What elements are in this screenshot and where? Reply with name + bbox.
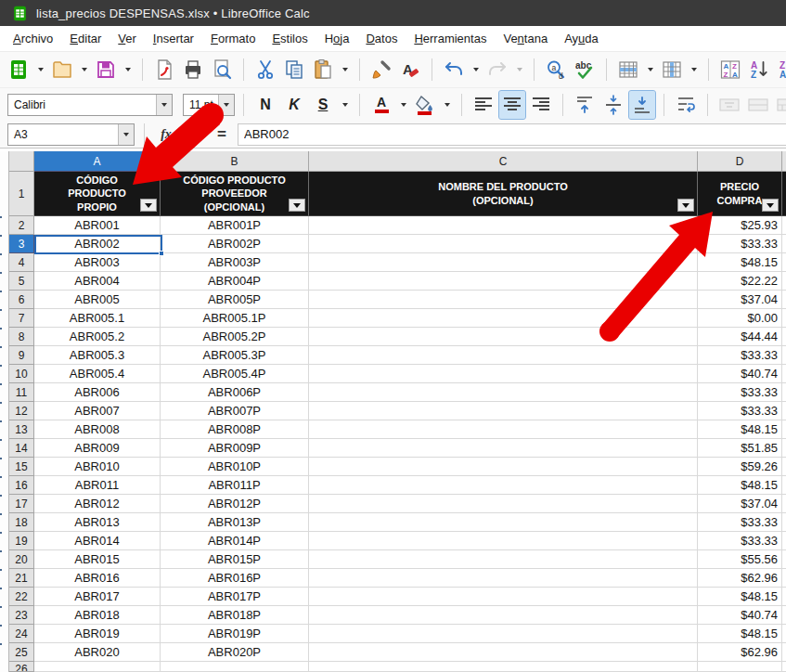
cell-C23[interactable]	[309, 606, 698, 625]
center-vertically-button[interactable]	[600, 91, 626, 119]
cell-D13[interactable]: $48.15	[698, 420, 782, 439]
cell-B3[interactable]: ABR002P	[161, 235, 309, 253]
cell-D25[interactable]: $62.96	[698, 643, 782, 662]
highlight-color-dropdown[interactable]	[441, 91, 453, 119]
cell-C15[interactable]	[309, 458, 698, 476]
new-document-button[interactable]	[6, 56, 32, 84]
header-cell-D[interactable]: PRECIO COMPRA	[698, 172, 782, 216]
row-header-15[interactable]: 15	[9, 458, 34, 476]
font-name-dropdown[interactable]	[156, 95, 172, 115]
cell-A8[interactable]: ABR005.2	[34, 328, 161, 346]
cell-B11[interactable]: ABR006P	[161, 383, 309, 402]
cell-C22[interactable]	[309, 588, 698, 606]
merge-cells-button[interactable]	[745, 91, 771, 119]
cell-C25[interactable]	[309, 643, 698, 662]
cell-A18[interactable]: ABR013	[34, 513, 161, 532]
save-dropdown[interactable]	[122, 56, 134, 84]
row-header-16[interactable]: 16	[9, 476, 34, 495]
cell-D19[interactable]: $33.33	[698, 532, 782, 550]
cell-D23[interactable]: $40.74	[698, 606, 782, 625]
cell-D6[interactable]: $37.04	[698, 291, 782, 309]
find-replace-button[interactable]: ad	[543, 56, 569, 84]
redo-dropdown[interactable]	[513, 56, 525, 84]
cell-D15[interactable]: $59.26	[698, 458, 782, 476]
cell-B5[interactable]: ABR004P	[161, 272, 309, 291]
row-header-9[interactable]: 9	[9, 346, 34, 365]
cell-B8[interactable]: ABR005.2P	[161, 328, 309, 346]
highlight-color-button[interactable]	[412, 91, 438, 119]
cell-C13[interactable]	[309, 420, 698, 439]
cell-B21[interactable]: ABR016P	[161, 569, 309, 588]
cell-B14[interactable]: ABR009P	[161, 439, 309, 458]
cell-C24[interactable]	[309, 625, 698, 643]
cell-C5[interactable]	[309, 272, 698, 291]
row-header-3[interactable]: 3	[9, 235, 34, 253]
font-color-dropdown[interactable]	[397, 91, 409, 119]
cell-B12[interactable]: ABR007P	[161, 402, 309, 420]
align-top-button[interactable]	[572, 91, 598, 119]
cell-A19[interactable]: ABR014	[34, 532, 161, 550]
column-button[interactable]	[659, 56, 685, 84]
cell-B25[interactable]: ABR020P	[161, 643, 309, 662]
cell-A9[interactable]: ABR005.3	[34, 346, 161, 365]
cell-A24[interactable]: ABR019	[34, 625, 161, 643]
equals-button[interactable]: =	[210, 125, 234, 144]
formula-input[interactable]	[238, 123, 786, 146]
cell-D21[interactable]: $62.96	[698, 569, 782, 588]
row-header-22[interactable]: 22	[9, 588, 34, 606]
cell-B15[interactable]: ABR010P	[161, 458, 309, 476]
print-button[interactable]	[180, 56, 206, 84]
row-header-2[interactable]: 2	[9, 216, 34, 235]
menu-insertar[interactable]: Insertar	[145, 28, 202, 49]
cell-B26[interactable]	[161, 662, 309, 672]
row-header-13[interactable]: 13	[9, 420, 34, 439]
undo-dropdown[interactable]	[470, 56, 482, 84]
align-left-button[interactable]	[470, 91, 496, 119]
cell-C2[interactable]	[309, 216, 698, 235]
row-header-21[interactable]: 21	[9, 569, 34, 588]
cell-D22[interactable]: $48.15	[698, 588, 782, 606]
menu-estilos[interactable]: Estilos	[264, 28, 316, 49]
export-pdf-button[interactable]	[151, 56, 177, 84]
menu-herramientas[interactable]: Herramientas	[406, 28, 495, 49]
clear-formatting-button[interactable]: A	[397, 56, 423, 84]
font-size-dropdown[interactable]	[218, 95, 234, 115]
row-header-8[interactable]: 8	[9, 328, 34, 346]
wrap-text-button[interactable]	[673, 91, 699, 119]
header-cell-C[interactable]: NOMBRE DEL PRODUCTO (OPCIONAL)	[309, 172, 698, 216]
select-all-corner[interactable]	[9, 151, 34, 172]
sort-ascending-button[interactable]: AZ	[746, 56, 772, 84]
align-bottom-button[interactable]	[629, 91, 655, 119]
cell-B24[interactable]: ABR019P	[161, 625, 309, 643]
cell-B7[interactable]: ABR005.1P	[161, 309, 309, 328]
cell-B17[interactable]: ABR012P	[161, 495, 309, 513]
cell-C20[interactable]	[309, 550, 698, 569]
autofilter-dropdown-B[interactable]	[289, 199, 305, 212]
cell-D11[interactable]: $33.33	[698, 383, 782, 402]
menu-archivo[interactable]: Archivo	[5, 28, 61, 49]
cell-C21[interactable]	[309, 569, 698, 588]
row-header-4[interactable]: 4	[9, 253, 34, 272]
underline-button[interactable]: S	[310, 91, 336, 119]
sum-button[interactable]: Σ	[182, 127, 206, 142]
cell-C10[interactable]	[309, 365, 698, 383]
cell-B18[interactable]: ABR013P	[161, 513, 309, 532]
cut-button[interactable]	[252, 56, 278, 84]
cell-C18[interactable]	[309, 513, 698, 532]
font-name-combo[interactable]: Calibri	[7, 94, 173, 116]
cell-D26[interactable]	[698, 662, 782, 672]
cell-D12[interactable]: $33.33	[698, 402, 782, 420]
cell-B9[interactable]: ABR005.3P	[161, 346, 309, 365]
row-header-17[interactable]: 17	[9, 495, 34, 513]
name-box-dropdown[interactable]	[118, 124, 134, 145]
cell-D17[interactable]: $37.04	[698, 495, 782, 513]
cell-D9[interactable]: $33.33	[698, 346, 782, 365]
cell-A6[interactable]: ABR005	[34, 291, 161, 309]
cell-A25[interactable]: ABR020	[34, 643, 161, 662]
cell-C9[interactable]	[309, 346, 698, 365]
column-header-A[interactable]: A	[34, 151, 161, 172]
cell-B2[interactable]: ABR001P	[161, 216, 309, 235]
cell-C12[interactable]	[309, 402, 698, 420]
row-header-20[interactable]: 20	[9, 550, 34, 569]
cell-A16[interactable]: ABR011	[34, 476, 161, 495]
